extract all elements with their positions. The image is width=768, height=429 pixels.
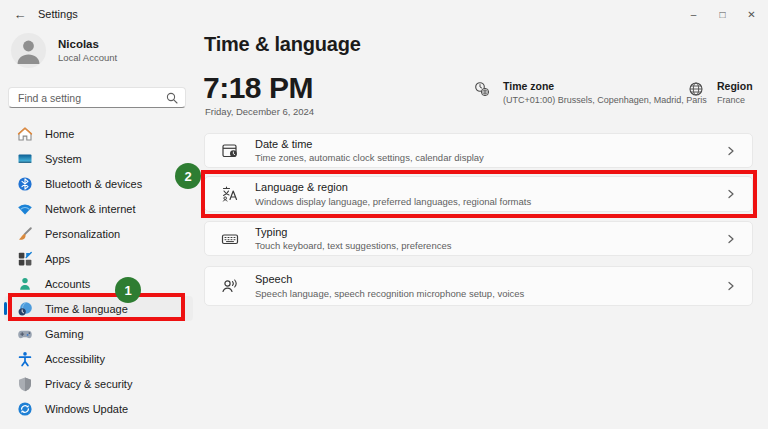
settings-row-language-region[interactable]: Language & region Windows display langua…	[204, 176, 753, 212]
system-icon	[17, 151, 33, 167]
step-badge-2: 2	[175, 163, 201, 189]
sidebar-item-label: Network & internet	[45, 203, 135, 215]
sidebar-item-home[interactable]: Home	[4, 121, 193, 146]
row-title: Typing	[255, 226, 451, 238]
sidebar-item-apps[interactable]: Apps	[4, 246, 193, 271]
user-account-type: Local Account	[58, 52, 117, 63]
chevron-right-icon	[726, 281, 736, 291]
gaming-controller-icon	[17, 326, 33, 342]
titlebar: ← Settings	[0, 0, 768, 28]
sidebar-item-personalization[interactable]: Personalization	[4, 221, 193, 246]
sidebar-item-label: Bluetooth & devices	[45, 178, 142, 190]
sidebar-item-gaming[interactable]: Gaming	[4, 321, 193, 346]
settings-row-typing[interactable]: Typing Touch keyboard, text suggestions,…	[204, 221, 753, 256]
timezone-summary: Time zone (UTC+01:00) Brussels, Copenhag…	[474, 80, 707, 105]
timezone-label: Time zone	[503, 80, 707, 92]
chevron-right-icon	[726, 146, 736, 156]
time-language-icon	[17, 301, 33, 317]
region-summary: Region France	[688, 80, 753, 105]
windows-update-icon	[17, 401, 33, 417]
region-value: France	[717, 95, 753, 105]
page-title: Time & language	[204, 33, 361, 56]
clock-time: 7:18 PM	[203, 71, 313, 105]
person-icon	[11, 33, 46, 68]
sidebar-nav: Home System Bluetooth & devices	[4, 121, 193, 421]
sidebar-item-network[interactable]: Network & internet	[4, 196, 193, 221]
date-time-icon	[221, 142, 239, 160]
sidebar-item-label: System	[45, 153, 82, 165]
typing-keyboard-icon	[221, 230, 239, 248]
accessibility-person-icon	[17, 351, 33, 367]
sidebar-item-time-language[interactable]: Time & language	[4, 296, 193, 321]
user-name: Nicolas	[58, 38, 117, 50]
sidebar-item-label: Privacy & security	[45, 378, 132, 390]
sidebar-item-label: Accounts	[45, 278, 90, 290]
avatar	[11, 33, 46, 68]
search-icon	[166, 92, 178, 104]
search-input[interactable]	[9, 89, 185, 108]
row-subtitle: Time zones, automatic clock settings, ca…	[255, 152, 484, 163]
step-badge-1: 1	[115, 277, 141, 303]
settings-row-date-time[interactable]: Date & time Time zones, automatic clock …	[204, 133, 753, 168]
row-subtitle: Speech language, speech recognition micr…	[255, 288, 524, 299]
user-profile[interactable]: Nicolas Local Account	[11, 33, 117, 68]
sidebar-item-bluetooth[interactable]: Bluetooth & devices	[4, 171, 193, 196]
accounts-person-icon	[17, 276, 33, 292]
sidebar-item-label: Gaming	[45, 328, 84, 340]
row-title: Language & region	[255, 181, 531, 193]
language-region-icon	[221, 185, 239, 203]
row-subtitle: Touch keyboard, text suggestions, prefer…	[255, 240, 451, 251]
window-title: Settings	[38, 8, 78, 20]
maximize-button[interactable]: □	[708, 0, 737, 28]
privacy-shield-icon	[17, 376, 33, 392]
personalization-brush-icon	[17, 226, 33, 242]
sidebar-item-privacy[interactable]: Privacy & security	[4, 371, 193, 396]
back-button[interactable]: ←	[5, 3, 35, 25]
sidebar-item-label: Apps	[45, 253, 70, 265]
minimize-button[interactable]: –	[679, 0, 708, 28]
apps-icon	[17, 251, 33, 267]
settings-row-speech[interactable]: Speech Speech language, speech recogniti…	[204, 266, 753, 306]
clock-date: Friday, December 6, 2024	[205, 106, 314, 117]
speech-icon	[221, 277, 239, 295]
bluetooth-icon	[17, 176, 33, 192]
close-button[interactable]: ✕	[737, 0, 766, 28]
sidebar-item-label: Accessibility	[45, 353, 105, 365]
home-icon	[17, 126, 33, 142]
sidebar-item-label: Time & language	[45, 303, 128, 315]
sidebar-item-accounts[interactable]: Accounts	[4, 271, 193, 296]
row-title: Speech	[255, 273, 524, 285]
sidebar-item-accessibility[interactable]: Accessibility	[4, 346, 193, 371]
chevron-right-icon	[726, 189, 736, 199]
network-wifi-icon	[17, 201, 33, 217]
region-globe-icon	[688, 81, 704, 97]
sidebar-item-label: Windows Update	[45, 403, 128, 415]
timezone-value: (UTC+01:00) Brussels, Copenhagen, Madrid…	[503, 95, 707, 105]
sidebar-item-windows-update[interactable]: Windows Update	[4, 396, 193, 421]
timezone-clock-globe-icon	[474, 81, 490, 97]
sidebar-item-label: Home	[45, 128, 74, 140]
window-controls: – □ ✕	[679, 0, 766, 28]
search-box	[8, 87, 186, 108]
region-label: Region	[717, 80, 753, 92]
chevron-right-icon	[726, 234, 736, 244]
sidebar-item-system[interactable]: System	[4, 146, 193, 171]
row-title: Date & time	[255, 138, 484, 150]
row-subtitle: Windows display language, preferred lang…	[255, 196, 531, 207]
sidebar-item-label: Personalization	[45, 228, 120, 240]
